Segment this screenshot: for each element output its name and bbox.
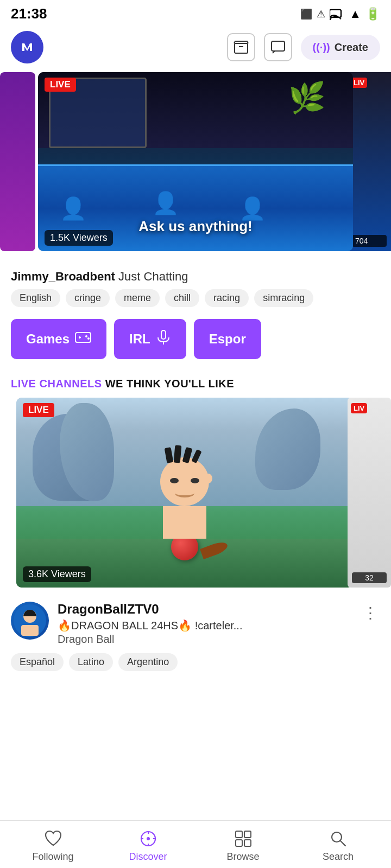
channel-name: DragonBallZTV0 bbox=[58, 602, 352, 617]
app-logo[interactable] bbox=[11, 31, 43, 63]
games-label: Games bbox=[26, 331, 70, 347]
viewer-count-badge: 1.5K Viewers bbox=[45, 230, 113, 246]
svg-rect-15 bbox=[21, 625, 39, 636]
nav-search[interactable]: Search bbox=[306, 829, 371, 863]
stream-tags: English cringe meme chill racing simraci… bbox=[11, 289, 380, 307]
esports-label: Espor bbox=[209, 331, 246, 347]
games-icon bbox=[75, 330, 91, 348]
tag-racing[interactable]: racing bbox=[205, 289, 249, 307]
channel-more-button[interactable]: ⋮ bbox=[361, 602, 380, 624]
discover-label: Discover bbox=[129, 851, 167, 863]
right-side-stream-card[interactable]: LIV 704 bbox=[348, 72, 391, 251]
bottom-nav: Following Discover Browse Search bbox=[0, 820, 391, 868]
alert-icon: ⚠ bbox=[317, 8, 325, 20]
channel-details: DragonBallZTV0 🔥DRAGON BALL 24HS🔥 !carte… bbox=[58, 602, 352, 646]
svg-rect-6 bbox=[75, 333, 91, 342]
archive-button[interactable] bbox=[227, 33, 255, 61]
goku-character bbox=[160, 457, 209, 560]
tag-meme[interactable]: meme bbox=[115, 289, 160, 307]
search-icon bbox=[329, 829, 348, 848]
irl-icon bbox=[156, 330, 171, 348]
svg-rect-11 bbox=[161, 330, 166, 339]
live-channel-main-card[interactable]: 3.6K Viewers LIVE bbox=[16, 398, 353, 588]
svg-point-10 bbox=[87, 337, 90, 340]
wifi-icon: ▲ bbox=[349, 7, 361, 21]
channel-tags-row: Español Latino Argentino bbox=[0, 651, 391, 682]
channel-avatar[interactable] bbox=[11, 602, 49, 640]
svg-rect-25 bbox=[244, 840, 251, 846]
category-buttons-row: Games IRL Espor bbox=[0, 311, 391, 367]
nav-discover[interactable]: Discover bbox=[116, 829, 181, 863]
tag-simracing[interactable]: simracing bbox=[254, 289, 313, 307]
tag-cringe[interactable]: cringe bbox=[66, 289, 110, 307]
left-side-stream-card[interactable] bbox=[0, 72, 35, 251]
search-label: Search bbox=[323, 851, 354, 863]
person-2: 👤 bbox=[152, 190, 179, 216]
person-3: 👤 bbox=[239, 196, 266, 221]
svg-rect-23 bbox=[244, 831, 251, 838]
svg-rect-22 bbox=[236, 831, 242, 838]
dragon-ball-thumbnail: 3.6K Viewers LIVE bbox=[16, 398, 353, 588]
stream-thumbnail: 🌿 👤 👤 👤 Ask us anything! 1.5K Viewers LI… bbox=[38, 72, 353, 251]
nav-browse[interactable]: Browse bbox=[211, 829, 276, 863]
svg-rect-3 bbox=[235, 43, 248, 53]
stream-title: Jimmy_Broadbent Just Chatting bbox=[11, 270, 380, 284]
category-games-button[interactable]: Games bbox=[11, 319, 106, 359]
section-highlight-text: LIVE CHANNELS bbox=[11, 378, 102, 390]
status-time: 21:38 bbox=[11, 5, 47, 22]
live-channels-area: 3.6K Viewers LIVE LIV 32 bbox=[0, 398, 391, 593]
live-badge: LIVE bbox=[45, 78, 76, 92]
battery-icon: 🔋 bbox=[365, 7, 380, 21]
tag-chill[interactable]: chill bbox=[165, 289, 199, 307]
browse-icon bbox=[234, 829, 253, 848]
top-nav: ((·)) Create bbox=[0, 25, 391, 72]
featured-stream-carousel: 🌿 👤 👤 👤 Ask us anything! 1.5K Viewers LI… bbox=[0, 72, 391, 251]
notification-icon: ⬛ bbox=[300, 8, 312, 20]
channel-info-row: DragonBallZTV0 🔥DRAGON BALL 24HS🔥 !carte… bbox=[0, 593, 391, 651]
chat-button[interactable] bbox=[264, 33, 292, 61]
create-label: Create bbox=[335, 41, 368, 54]
person-1: 👤 bbox=[60, 196, 87, 221]
create-button[interactable]: ((·)) Create bbox=[301, 35, 380, 60]
section-header: LIVE CHANNELS WE THINK YOU'LL LIKE bbox=[0, 367, 391, 398]
svg-rect-5 bbox=[272, 41, 285, 51]
status-icons: ⬛ ⚠ ▲ 🔋 bbox=[300, 7, 380, 21]
svg-point-2 bbox=[17, 37, 37, 58]
channel-description: 🔥DRAGON BALL 24HS🔥 !carteler... bbox=[58, 619, 352, 632]
irl-label: IRL bbox=[129, 331, 150, 347]
live-channel-live-badge: LIVE bbox=[23, 403, 54, 417]
svg-line-27 bbox=[340, 841, 345, 846]
heart-icon bbox=[44, 829, 62, 848]
status-bar: 21:38 ⬛ ⚠ ▲ 🔋 bbox=[0, 0, 391, 25]
section-normal-text: WE THINK YOU'LL LIKE bbox=[102, 378, 234, 390]
side-live-badge-2: LIV bbox=[351, 403, 367, 413]
side-viewer-count: 704 bbox=[352, 235, 387, 247]
browse-label: Browse bbox=[226, 851, 259, 863]
tag-argentino[interactable]: Argentino bbox=[118, 653, 178, 671]
category-esports-button[interactable]: Espor bbox=[194, 319, 261, 359]
cast-icon bbox=[330, 8, 345, 20]
svg-point-17 bbox=[147, 837, 150, 840]
tag-english[interactable]: English bbox=[11, 289, 60, 307]
tag-espanol[interactable]: Español bbox=[11, 653, 64, 671]
stream-info: Jimmy_Broadbent Just Chatting English cr… bbox=[0, 262, 391, 311]
svg-point-9 bbox=[85, 335, 87, 337]
side-live-badge: LIV bbox=[351, 78, 367, 88]
plant-decoration: 🌿 bbox=[288, 80, 326, 116]
svg-rect-24 bbox=[236, 840, 242, 846]
channel-game: Dragon Ball bbox=[58, 633, 352, 646]
streamer-name: Jimmy_Broadbent bbox=[11, 270, 115, 283]
nav-following[interactable]: Following bbox=[21, 829, 86, 863]
category-irl-button[interactable]: IRL bbox=[114, 319, 186, 359]
discover-icon bbox=[139, 829, 157, 848]
tag-latino[interactable]: Latino bbox=[69, 653, 113, 671]
side-viewer-count-2: 32 bbox=[352, 572, 387, 583]
main-stream-card[interactable]: 🌿 👤 👤 👤 Ask us anything! 1.5K Viewers LI… bbox=[38, 72, 353, 251]
live-broadcast-icon: ((·)) bbox=[313, 41, 330, 54]
right-live-channel-card[interactable]: LIV 32 bbox=[348, 398, 391, 588]
live-channel-viewer-count: 3.6K Viewers bbox=[23, 566, 91, 582]
following-label: Following bbox=[32, 851, 73, 863]
